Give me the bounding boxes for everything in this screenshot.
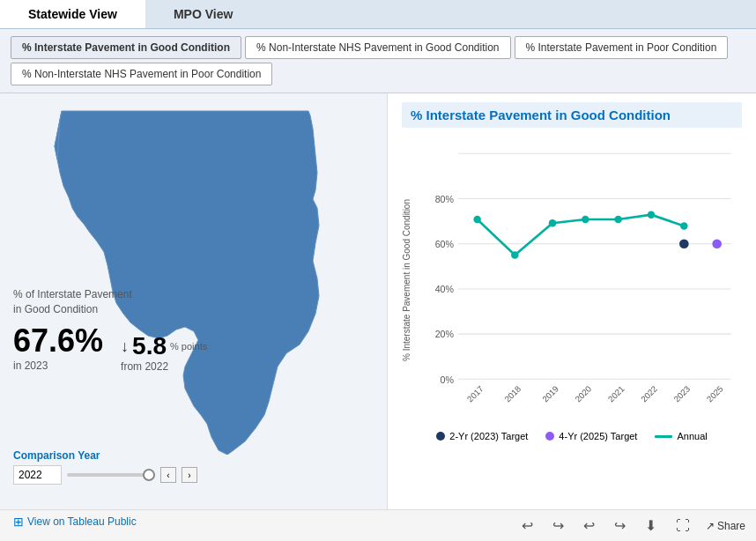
florida-map — [9, 102, 344, 446]
share-icon: ↗ — [706, 520, 715, 532]
tableau-icon: ⊞ — [13, 515, 24, 529]
share-label: Share — [717, 520, 745, 532]
legend-label-2yr: 2-Yr (2023) Target — [449, 431, 528, 441]
undo-button[interactable]: ↩ — [518, 515, 537, 536]
forward-button[interactable]: ↪ — [611, 515, 629, 536]
y-axis-label: % Interstate Pavement in Good Condition — [402, 135, 419, 426]
nav-prev-button[interactable]: ‹ — [160, 467, 176, 483]
svg-text:80%: 80% — [435, 194, 455, 204]
svg-point-19 — [473, 216, 481, 224]
main-content: % of Interstate Pavement in Good Conditi… — [0, 93, 756, 541]
svg-text:2021: 2021 — [606, 384, 626, 404]
change-unit: % points — [170, 341, 207, 352]
tableau-link[interactable]: ⊞ View on Tableau Public — [13, 515, 137, 529]
svg-text:0%: 0% — [441, 374, 455, 385]
svg-point-21 — [549, 219, 557, 227]
legend-label-4yr: 4-Yr (2025) Target — [559, 431, 637, 441]
legend-item-4yr: 4-Yr (2025) Target — [545, 431, 637, 441]
svg-point-26 — [679, 239, 689, 248]
svg-text:2025: 2025 — [705, 384, 725, 404]
svg-text:2023: 2023 — [671, 384, 692, 404]
stats-overlay: % of Interstate Pavement in Good Conditi… — [13, 287, 207, 373]
svg-point-22 — [582, 216, 589, 224]
stats-label-line1: % of Interstate Pavement — [13, 288, 132, 300]
svg-point-24 — [648, 211, 656, 219]
comparison-control: Comparison Year ‹ › — [13, 449, 197, 485]
share-button[interactable]: ↗ Share — [706, 520, 745, 532]
stats-change: ↓ 5.8 % points — [121, 332, 207, 360]
tab-mpo[interactable]: MPO View — [145, 0, 261, 28]
filter-non-interstate-poor[interactable]: % Non-Interstate NHS Pavement in Poor Co… — [11, 63, 272, 85]
nav-next-button[interactable]: › — [182, 467, 197, 483]
stats-label-line2: in Good Condition — [13, 303, 98, 315]
arrow-down-icon: ↓ — [121, 337, 129, 356]
svg-point-25 — [680, 222, 688, 230]
tableau-link-text: View on Tableau Public — [27, 515, 137, 528]
svg-text:2019: 2019 — [540, 384, 560, 404]
svg-text:2022: 2022 — [639, 384, 659, 404]
legend-dot-4yr — [545, 432, 554, 441]
right-panel: % Interstate Pavement in Good Condition … — [388, 93, 756, 541]
filter-interstate-good[interactable]: % Interstate Pavement in Good Condition — [11, 36, 241, 59]
left-panel: % of Interstate Pavement in Good Conditi… — [0, 93, 388, 541]
download-button[interactable]: ⬇ — [641, 515, 660, 536]
legend-item-2yr: 2-Yr (2023) Target — [436, 431, 528, 441]
stats-value: 67.6% — [13, 322, 103, 359]
legend-item-annual: Annual — [655, 431, 707, 441]
tab-statewide[interactable]: Statewide View — [0, 0, 145, 28]
comparison-input-row: ‹ › — [13, 465, 197, 485]
svg-text:20%: 20% — [435, 329, 455, 339]
filter-non-interstate-good[interactable]: % Non-Interstate NHS Pavement in Good Co… — [245, 36, 510, 59]
redo-button[interactable]: ↪ — [549, 515, 567, 536]
svg-text:2018: 2018 — [502, 384, 523, 404]
chart-inner: 0% 20% 40% 60% 80% 2017 2018 2019 2020 2… — [419, 135, 742, 417]
chart-svg: 0% 20% 40% 60% 80% 2017 2018 2019 2020 2… — [419, 135, 742, 417]
svg-text:40%: 40% — [435, 284, 455, 294]
svg-point-20 — [511, 251, 519, 259]
fullscreen-button[interactable]: ⛶ — [672, 516, 693, 536]
svg-text:2020: 2020 — [573, 384, 593, 404]
year-input[interactable] — [13, 465, 62, 485]
legend-label-annual: Annual — [677, 431, 707, 441]
comparison-label: Comparison Year — [13, 449, 197, 462]
filter-row: % Interstate Pavement in Good Condition … — [0, 29, 756, 93]
stats-year: in 2023 — [13, 359, 103, 372]
slider-track[interactable] — [67, 473, 155, 477]
svg-point-27 — [712, 239, 722, 248]
svg-text:60%: 60% — [435, 239, 455, 249]
legend-line-annual — [655, 435, 672, 438]
change-from: from 2022 — [121, 360, 207, 373]
header-tabs: Statewide View MPO View — [0, 0, 756, 29]
change-value: 5.8 — [132, 332, 167, 360]
chart-legend: 2-Yr (2023) Target 4-Yr (2025) Target An… — [402, 431, 742, 441]
stats-label: % of Interstate Pavement in Good Conditi… — [13, 287, 207, 317]
slider-thumb — [143, 469, 155, 481]
filter-interstate-poor[interactable]: % Interstate Pavement in Poor Condition — [515, 36, 729, 59]
legend-dot-2yr — [436, 432, 445, 441]
back-button[interactable]: ↩ — [580, 515, 598, 536]
svg-point-23 — [614, 216, 622, 224]
chart-area: % Interstate Pavement in Good Condition … — [402, 135, 742, 426]
chart-title: % Interstate Pavement in Good Condition — [402, 102, 742, 128]
svg-text:2017: 2017 — [465, 384, 485, 404]
